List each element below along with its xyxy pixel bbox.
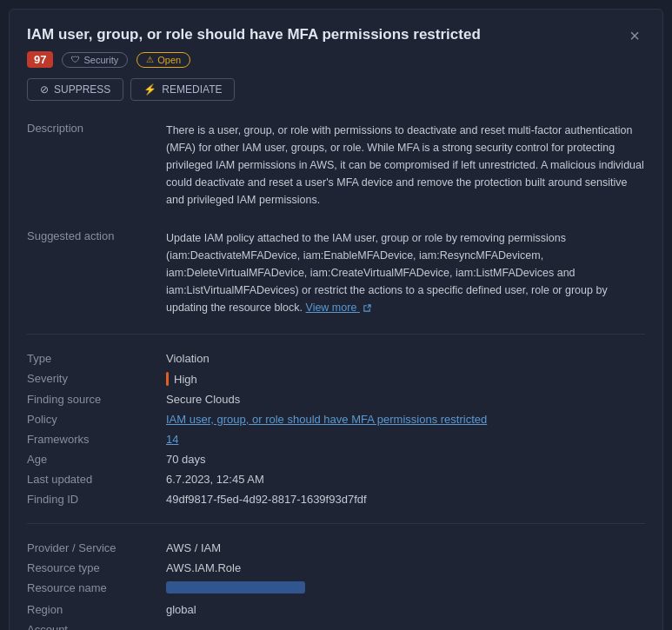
frameworks-row: Frameworks 14 <box>27 429 645 449</box>
severity-text: High <box>174 373 197 386</box>
section-divider-2 <box>27 523 645 524</box>
suppress-button[interactable]: ⊘ SUPPRESS <box>27 78 123 101</box>
remediate-label: REMEDIATE <box>162 83 222 96</box>
severity-indicator <box>166 372 169 386</box>
section-divider-1 <box>27 334 645 335</box>
last-updated-label: Last updated <box>27 469 166 489</box>
resource-section: Provider / Service AWS / IAM Resource ty… <box>27 538 645 630</box>
remediate-button[interactable]: ⚡ REMEDIATE <box>130 78 235 101</box>
suggested-action-row: Suggested action Update IAM policy attac… <box>27 226 645 320</box>
suggested-action-body: Update IAM policy attached to the IAM us… <box>166 232 608 314</box>
action-buttons-row: ⊘ SUPPRESS ⚡ REMEDIATE <box>27 78 645 101</box>
provider-service-value: AWS / IAM <box>166 538 645 558</box>
resource-type-label: Resource type <box>27 558 166 578</box>
provider-service-row: Provider / Service AWS / IAM <box>27 538 645 558</box>
close-button[interactable]: × <box>624 25 645 46</box>
details-section: Type Violation Severity High Finding sou… <box>27 348 645 509</box>
tag-security: 🛡 Security <box>62 52 128 68</box>
resource-name-row: Resource name <box>27 578 645 600</box>
severity-number-badge: 97 <box>27 51 53 68</box>
type-value: Violation <box>166 348 645 368</box>
region-value: global <box>166 600 645 620</box>
title-tags-row: 97 🛡 Security ⚠ Open <box>27 51 624 68</box>
tag-security-label: Security <box>83 55 118 65</box>
description-label: Description <box>27 118 166 212</box>
age-value: 70 days <box>166 449 645 469</box>
finding-source-label: Finding source <box>27 389 166 409</box>
suggested-action-label: Suggested action <box>27 226 166 320</box>
resource-type-value: AWS.IAM.Role <box>166 558 645 578</box>
severity-label: Severity <box>27 368 166 389</box>
description-text: There is a user, group, or role with per… <box>166 118 645 212</box>
age-row: Age 70 days <box>27 449 645 469</box>
provider-service-label: Provider / Service <box>27 538 166 558</box>
severity-value: High <box>166 368 645 389</box>
frameworks-label: Frameworks <box>27 429 166 449</box>
finding-id-label: Finding ID <box>27 489 166 509</box>
suppress-label: SUPPRESS <box>54 83 110 96</box>
main-panel: IAM user, group, or role should have MFA… <box>9 9 663 630</box>
severity-high-container: High <box>166 372 645 386</box>
suppress-icon: ⊘ <box>40 83 49 96</box>
policy-row: Policy IAM user, group, or role should h… <box>27 409 645 429</box>
last-updated-row: Last updated 6.7.2023, 12:45 AM <box>27 469 645 489</box>
finding-source-row: Finding source Secure Clouds <box>27 389 645 409</box>
shield-icon: 🛡 <box>71 55 80 64</box>
suggested-action-text: Update IAM policy attached to the IAM us… <box>166 226 645 320</box>
policy-label: Policy <box>27 409 166 429</box>
finding-source-value: Secure Clouds <box>166 389 645 409</box>
suggested-action-section: Suggested action Update IAM policy attac… <box>27 226 645 320</box>
policy-link[interactable]: IAM user, group, or role should have MFA… <box>166 413 487 426</box>
page-title: IAM user, group, or role should have MFA… <box>27 25 624 44</box>
resource-name-value <box>166 578 645 600</box>
tag-open-label: Open <box>157 55 181 65</box>
remediate-icon: ⚡ <box>143 83 156 96</box>
description-row: Description There is a user, group, or r… <box>27 118 645 212</box>
frameworks-count-link[interactable]: 14 <box>166 433 178 446</box>
account-label: Account <box>27 620 166 630</box>
type-row: Type Violation <box>27 348 645 368</box>
region-label: Region <box>27 600 166 620</box>
panel-header: IAM user, group, or role should have MFA… <box>27 25 645 68</box>
severity-row: Severity High <box>27 368 645 389</box>
account-row: Account <box>27 620 645 630</box>
finding-id-row: Finding ID 49df9817-f5ed-4d92-8817-1639f… <box>27 489 645 509</box>
age-label: Age <box>27 449 166 469</box>
region-row: Region global <box>27 600 645 620</box>
frameworks-value: 14 <box>166 429 645 449</box>
tag-open: ⚠ Open <box>136 52 190 68</box>
account-value <box>166 620 645 630</box>
view-more-link[interactable]: View more <box>306 302 372 314</box>
resource-type-row: Resource type AWS.IAM.Role <box>27 558 645 578</box>
policy-value: IAM user, group, or role should have MFA… <box>166 409 645 429</box>
external-link-icon <box>363 303 372 313</box>
finding-id-value: 49df9817-f5ed-4d92-8817-1639f93d7fdf <box>166 489 645 509</box>
resource-name-label: Resource name <box>27 578 166 600</box>
description-section: Description There is a user, group, or r… <box>27 118 645 212</box>
type-label: Type <box>27 348 166 368</box>
view-more-label: View more <box>306 302 357 314</box>
last-updated-value: 6.7.2023, 12:45 AM <box>166 469 645 489</box>
resource-name-redacted <box>166 581 305 594</box>
warning-icon: ⚠ <box>146 55 154 64</box>
